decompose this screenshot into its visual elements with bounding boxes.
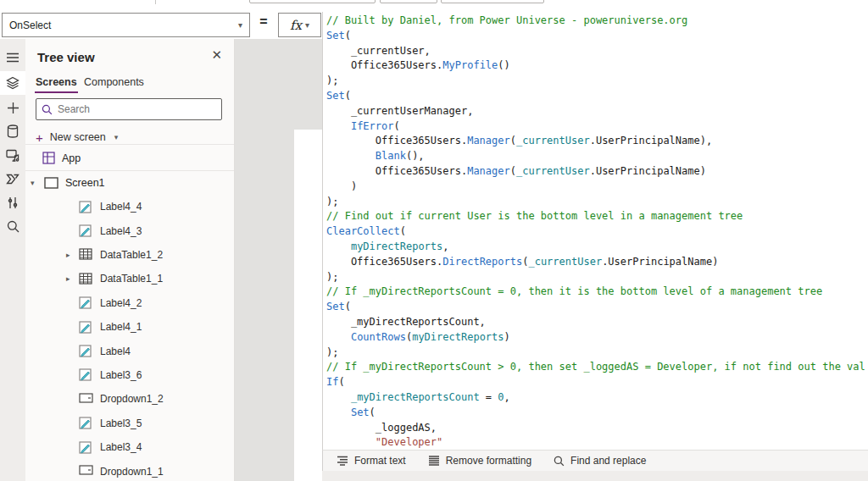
topbar-fragment-4 (155, 0, 156, 4)
code-line: ); (326, 270, 865, 285)
tree-item-label: Label4_4 (100, 201, 142, 213)
tree-item-Label3_4[interactable]: Label3_4 (25, 435, 234, 459)
tree-item-Label4[interactable]: Label4 (25, 339, 234, 362)
code-line: Office365Users.Manager(_currentUser.User… (326, 164, 865, 180)
canvas-backdrop-bottom (322, 471, 868, 481)
code-line: Set( (326, 29, 865, 44)
chevron-down-icon: ▾ (305, 20, 309, 30)
tree-item-DataTable1_1[interactable]: ▸DataTable1_1 (25, 267, 234, 290)
divider (25, 144, 234, 145)
label-icon (79, 345, 92, 357)
hamburger-menu-button[interactable] (0, 46, 25, 69)
plus-icon: + (36, 130, 43, 145)
tree-item-Dropdown1_1[interactable]: Dropdown1_1 (25, 459, 234, 481)
code-line: Office365Users.MyProfile() (326, 58, 865, 74)
label-icon (79, 441, 92, 454)
code-line: IfError( (326, 119, 865, 135)
code-line: // Find out if current User is the botto… (326, 209, 865, 224)
power-automate-nav-button[interactable] (0, 167, 25, 191)
property-selector-dropdown[interactable]: OnSelect ▾ (2, 13, 250, 37)
code-line: _myDirectReportsCount = 0, (326, 390, 865, 406)
app-canvas-edge (294, 130, 322, 481)
code-line: // If _myDirectReportsCount = 0, then it… (326, 285, 865, 300)
code-line: _currentUserManager, (326, 104, 865, 119)
label-icon (79, 321, 92, 334)
tree-item-label: Label3_5 (100, 417, 142, 429)
tree-item-label: DataTable1_2 (100, 249, 163, 261)
datatable-icon (79, 273, 92, 285)
data-nav-button[interactable] (0, 119, 25, 143)
code-line: "Developer" (326, 435, 865, 450)
tab-screens[interactable]: Screens (36, 76, 77, 88)
code-line: Office365Users.Manager(_currentUser.User… (326, 134, 865, 149)
format-text-icon (337, 456, 348, 466)
code-line: myDirectReports, (326, 240, 865, 255)
equals-sign: = (255, 14, 272, 30)
code-line: ) (326, 180, 865, 195)
find-and-replace-button[interactable]: Find and replace (554, 455, 646, 467)
code-line: _loggedAS, (326, 421, 865, 436)
dropdown-icon (79, 465, 93, 475)
app-label: App (62, 152, 81, 164)
code-line: Set( (326, 406, 865, 421)
topbar-fragment-2 (380, 0, 437, 3)
tree-item-label: DataTable1_1 (100, 273, 163, 285)
tree-item-label: Label4_2 (100, 297, 142, 309)
tree-item-Label4_4[interactable]: Label4_4 (25, 195, 234, 218)
chevron-right-icon[interactable]: ▸ (66, 251, 70, 259)
variables-nav-button[interactable] (0, 191, 25, 214)
code-line: // If _myDirectReportsCount > 0, then se… (326, 360, 865, 375)
search-input[interactable] (58, 103, 185, 115)
tree-item-label: Label4 (100, 346, 131, 357)
chevron-down-icon: ▾ (238, 20, 242, 30)
fx-icon: fx (290, 18, 302, 33)
property-selector-value: OnSelect (9, 19, 51, 31)
close-icon[interactable]: ✕ (211, 47, 222, 63)
tree-item-Label4_1[interactable]: Label4_1 (25, 315, 234, 339)
tree-search-box[interactable] (36, 98, 222, 120)
tree-item-Label3_5[interactable]: Label3_5 (25, 412, 234, 435)
remove-formatting-button[interactable]: Remove formatting (428, 455, 531, 467)
code-line: ); (326, 346, 865, 361)
tree-item-label: Label3_4 (100, 441, 142, 453)
tree-item-app[interactable]: App (25, 146, 234, 170)
tree-view-panel: Tree view ✕ Screens Components + New scr… (25, 39, 235, 481)
code-line: Set( (326, 89, 865, 104)
code-line: // Built by Daniel, from Power Universe … (326, 14, 865, 29)
label-icon (79, 417, 92, 429)
tree-item-screen1[interactable]: ▾ Screen1 (25, 171, 234, 195)
tree-item-label: Dropdown1_1 (100, 466, 164, 478)
tree-item-Dropdown1_2[interactable]: Dropdown1_2 (25, 387, 234, 411)
formula-editor[interactable]: // Built by Daniel, from Power Universe … (322, 12, 868, 450)
tree-item-Label4_2[interactable]: Label4_2 (25, 291, 234, 315)
code-line: If( (326, 375, 865, 390)
fx-dropdown-button[interactable]: fx ▾ (278, 13, 321, 37)
tab-components[interactable]: Components (84, 76, 144, 88)
code-line: Office365Users.DirectReports(_currentUse… (326, 255, 865, 270)
media-nav-button[interactable] (0, 143, 25, 167)
code-line: ); (326, 74, 865, 89)
code-line: ClearCollect( (326, 224, 865, 240)
datatable-icon (79, 248, 92, 260)
code-line: ); (326, 195, 865, 210)
chevron-right-icon[interactable]: ▸ (66, 274, 70, 283)
label-icon (79, 224, 92, 237)
app-icon (42, 152, 55, 164)
screen-icon (44, 177, 58, 189)
format-text-label: Format text (354, 455, 406, 467)
search-nav-button[interactable] (0, 214, 25, 238)
tree-item-DataTable1_2[interactable]: ▸DataTable1_2 (25, 243, 234, 267)
code-line: Blank(), (326, 149, 865, 164)
tree-item-Label4_3[interactable]: Label4_3 (25, 218, 234, 242)
tree-view-nav-button[interactable] (0, 71, 25, 95)
formula-editor-toolbar: Format text Remove formatting Find and r… (322, 450, 868, 471)
screen-label: Screen1 (65, 177, 105, 189)
remove-formatting-label: Remove formatting (446, 455, 531, 467)
tree-item-label: Label4_3 (100, 225, 142, 237)
chevron-down-icon[interactable]: ▾ (31, 179, 41, 187)
format-text-button[interactable]: Format text (337, 455, 406, 467)
tree-item-Label3_6[interactable]: Label3_6 (25, 363, 234, 387)
tree-item-label: Label4_1 (100, 321, 142, 333)
dropdown-icon (79, 393, 93, 403)
insert-nav-button[interactable] (0, 96, 25, 119)
